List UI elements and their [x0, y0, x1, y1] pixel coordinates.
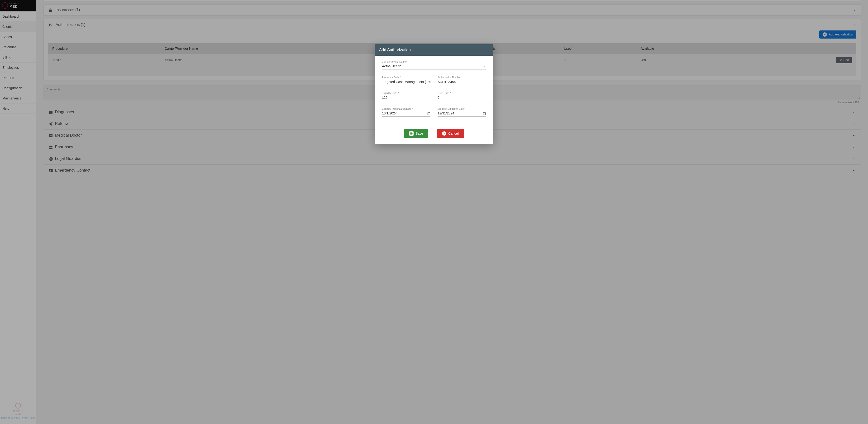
cancel-button[interactable]: ✕ Cancel [437, 129, 464, 138]
used-units-field[interactable]: Used Units * [438, 92, 486, 101]
save-icon [409, 131, 413, 136]
auth-date-field[interactable]: Eligibility Authorization Date * [382, 108, 430, 117]
used-units-input[interactable] [438, 95, 486, 101]
carrier-field[interactable]: Carrier/Provider Name * ▼ [382, 60, 486, 69]
exp-date-label: Eligibility Expiration Date * [438, 108, 486, 110]
procedure-label: Procedure Code * [382, 76, 430, 79]
carrier-select[interactable] [382, 63, 486, 69]
used-units-label: Used Units * [438, 92, 486, 94]
calendar-icon[interactable] [427, 111, 430, 115]
calendar-icon[interactable] [483, 111, 486, 115]
procedure-field[interactable]: Procedure Code * ▼ [382, 76, 430, 85]
carrier-label: Carrier/Provider Name * [382, 60, 486, 63]
eligibility-units-input[interactable] [382, 95, 430, 101]
auth-number-label: Authorization Number * [438, 76, 486, 79]
auth-number-input[interactable] [438, 79, 486, 85]
auth-date-label: Eligibility Authorization Date * [382, 108, 430, 110]
exp-date-input[interactable] [438, 111, 486, 117]
eligibility-units-label: Eligibility Units * [382, 92, 430, 94]
eligibility-units-field[interactable]: Eligibility Units * [382, 92, 430, 101]
auth-number-field[interactable]: Authorization Number * [438, 76, 486, 85]
add-authorization-modal: Add Authorization Carrier/Provider Name … [375, 44, 493, 144]
cancel-label: Cancel [448, 132, 459, 135]
procedure-select[interactable] [382, 79, 430, 85]
save-label: Save [415, 132, 423, 135]
cancel-icon: ✕ [442, 131, 446, 136]
exp-date-field[interactable]: Eligibility Expiration Date * [438, 108, 486, 117]
save-button[interactable]: Save [404, 129, 428, 138]
auth-date-input[interactable] [382, 111, 430, 117]
modal-title: Add Authorization [375, 44, 493, 56]
